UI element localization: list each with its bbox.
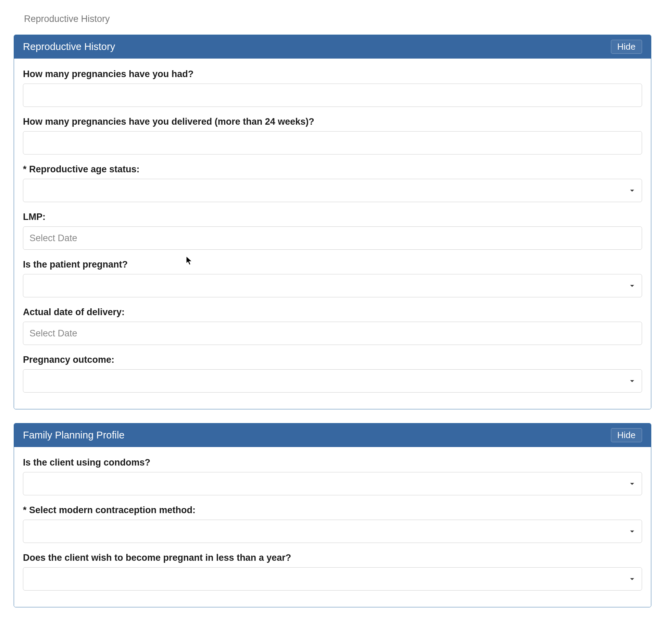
- form-group-pregnancy-outcome: Pregnancy outcome:: [23, 355, 642, 393]
- lmp-label: LMP:: [23, 212, 642, 222]
- reproductive-panel-header: Reproductive History Hide: [14, 35, 651, 59]
- form-group-actual-delivery-date: Actual date of delivery:: [23, 307, 642, 345]
- form-group-reproductive-age-status: * Reproductive age status:: [23, 164, 642, 202]
- pregnancy-outcome-label: Pregnancy outcome:: [23, 355, 642, 365]
- is-pregnant-label: Is the patient pregnant?: [23, 259, 642, 270]
- pregnancies-had-input[interactable]: [23, 84, 642, 107]
- pregnancies-delivered-input[interactable]: [23, 131, 642, 154]
- form-group-contraception-method: * Select modern contraception method:: [23, 505, 642, 543]
- pregnancy-outcome-select[interactable]: [23, 369, 642, 393]
- family-planning-panel: Family Planning Profile Hide Is the clie…: [14, 423, 651, 607]
- wish-pregnant-select[interactable]: [23, 567, 642, 591]
- form-group-pregnancies-had: How many pregnancies have you had?: [23, 69, 642, 107]
- reproductive-age-status-select[interactable]: [23, 179, 642, 202]
- breadcrumb: Reproductive History: [24, 14, 651, 24]
- family-planning-panel-body: Is the client using condoms? * Select mo…: [14, 447, 651, 607]
- reproductive-history-panel: Reproductive History Hide How many pregn…: [14, 35, 651, 409]
- form-group-pregnancies-delivered: How many pregnancies have you delivered …: [23, 116, 642, 154]
- reproductive-panel-title: Reproductive History: [23, 41, 115, 52]
- actual-delivery-date-input[interactable]: [23, 322, 642, 345]
- reproductive-panel-body: How many pregnancies have you had? How m…: [14, 59, 651, 409]
- lmp-input[interactable]: [23, 226, 642, 250]
- wish-pregnant-label: Does the client wish to become pregnant …: [23, 553, 642, 563]
- reproductive-age-status-label: * Reproductive age status:: [23, 164, 642, 175]
- contraception-method-label: * Select modern contraception method:: [23, 505, 642, 516]
- pregnancies-delivered-label: How many pregnancies have you delivered …: [23, 116, 642, 127]
- reproductive-hide-button[interactable]: Hide: [611, 40, 642, 54]
- form-group-using-condoms: Is the client using condoms?: [23, 457, 642, 495]
- pregnancies-had-label: How many pregnancies have you had?: [23, 69, 642, 79]
- using-condoms-select[interactable]: [23, 472, 642, 495]
- actual-delivery-date-label: Actual date of delivery:: [23, 307, 642, 318]
- form-group-is-pregnant: Is the patient pregnant?: [23, 259, 642, 297]
- family-planning-panel-header: Family Planning Profile Hide: [14, 423, 651, 447]
- form-group-wish-pregnant: Does the client wish to become pregnant …: [23, 553, 642, 591]
- family-planning-panel-title: Family Planning Profile: [23, 430, 125, 441]
- using-condoms-label: Is the client using condoms?: [23, 457, 642, 468]
- form-group-lmp: LMP:: [23, 212, 642, 250]
- contraception-method-select[interactable]: [23, 520, 642, 543]
- family-planning-hide-button[interactable]: Hide: [611, 428, 642, 442]
- is-pregnant-select[interactable]: [23, 274, 642, 297]
